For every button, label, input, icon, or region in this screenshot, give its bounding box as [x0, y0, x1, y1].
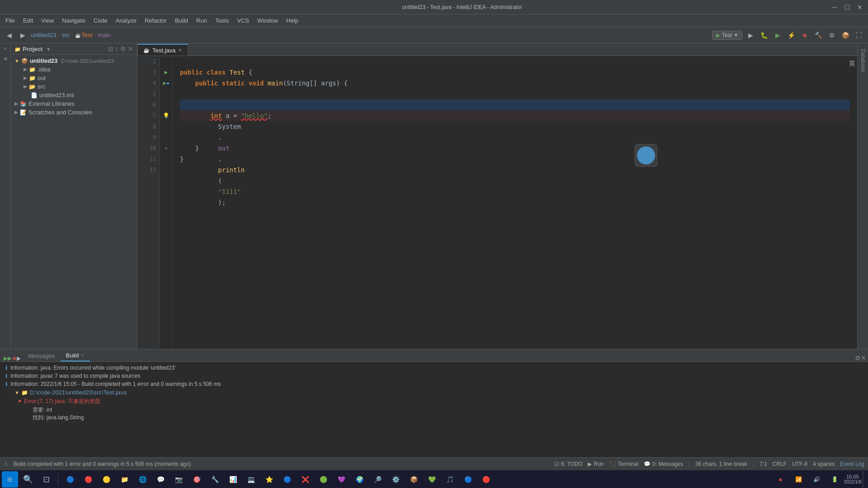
panel-settings-icon[interactable]: ⚙: [855, 354, 861, 361]
minimize-button[interactable]: ─: [830, 4, 839, 11]
line-ending[interactable]: CRLF: [773, 461, 787, 467]
taskbar-app-6[interactable]: 💬: [152, 471, 169, 488]
msg-row-error[interactable]: ● Error:(7, 17) java: 不兼容的类型: [4, 397, 864, 406]
breadcrumb-project[interactable]: untitled23: [31, 32, 56, 38]
favorites-panel-icon[interactable]: ★: [1, 54, 9, 64]
database-panel-icon[interactable]: Database: [859, 45, 867, 75]
tree-item-idea[interactable]: ▶ 📁 .idea: [11, 65, 137, 74]
indent-info[interactable]: 4 spaces: [813, 461, 835, 467]
lightbulb-icon[interactable]: 💡: [163, 110, 170, 121]
gutter-4[interactable]: ▶ ◆: [160, 78, 172, 89]
taskbar-app-8[interactable]: 🎯: [189, 471, 205, 488]
stop-build-button[interactable]: ■: [13, 355, 16, 361]
taskbar-app-23[interactable]: 🔵: [460, 471, 476, 488]
tree-item-external-libraries[interactable]: ▶ 📚 External Libraries: [11, 99, 137, 108]
taskbar-app-10[interactable]: 📊: [225, 471, 241, 488]
show-desktop-button[interactable]: [863, 471, 866, 488]
fullscreen-button[interactable]: ⛶: [854, 30, 864, 41]
debug-button[interactable]: 🐛: [759, 30, 769, 41]
stop-button[interactable]: ■: [799, 30, 810, 41]
settings-icon[interactable]: ⚙: [120, 45, 126, 52]
tree-item-untitled23[interactable]: ▼ 📦 untitled23 D:\code-2021\untitled23: [11, 56, 137, 65]
breadcrumb-src[interactable]: src: [62, 32, 70, 38]
completion-popup[interactable]: [635, 144, 657, 167]
messages-status-item[interactable]: 💬 0: Messages: [644, 461, 683, 467]
file-path-row[interactable]: ▼ 📁 D:\code-2021\untitled23\src\Test.jav…: [4, 388, 864, 397]
build-button[interactable]: 🔨: [813, 30, 824, 41]
menu-navigate[interactable]: Navigate: [58, 16, 89, 25]
taskbar-app-9[interactable]: 🔧: [207, 471, 223, 488]
taskbar-app-7[interactable]: 📷: [170, 471, 187, 488]
tree-item-out[interactable]: ▶ 📁 out: [11, 74, 137, 82]
menu-file[interactable]: File: [2, 16, 19, 25]
taskbar-taskview[interactable]: ⊡: [38, 471, 54, 488]
panel-close-icon[interactable]: ✕: [861, 354, 866, 361]
breadcrumb-method[interactable]: main: [98, 32, 111, 38]
nav-back-button[interactable]: ◀: [4, 30, 14, 41]
build-tab-close-icon[interactable]: ✕: [80, 352, 85, 358]
run-arrow-icon-2[interactable]: ▶: [163, 78, 167, 89]
tab-close-icon[interactable]: ✕: [178, 47, 182, 53]
breadcrumb-class[interactable]: ☕Test: [75, 32, 92, 38]
taskbar-app-24[interactable]: 🔴: [478, 471, 494, 488]
event-log-link[interactable]: Event Log: [840, 461, 864, 467]
todo-indicator[interactable]: ☑ 6: TODO: [554, 461, 583, 467]
run-status-item[interactable]: ▶ Run: [588, 461, 604, 467]
collapse-icon[interactable]: ◇: [165, 143, 167, 154]
collapse-all-icon[interactable]: ⊟: [108, 45, 113, 52]
taskbar-app-21[interactable]: 💚: [424, 471, 440, 488]
sdk-button[interactable]: 📦: [840, 30, 851, 41]
tab-test-java[interactable]: ☕ Test.java ✕: [137, 44, 188, 56]
encoding[interactable]: UTF-8: [792, 461, 807, 467]
code-line-6[interactable]: System . out . println ( "1111" );: [180, 99, 850, 110]
tab-build[interactable]: Build ✕: [61, 350, 90, 361]
menu-run[interactable]: Run: [193, 16, 211, 25]
menu-vcs[interactable]: VCS: [233, 16, 253, 25]
tree-item-scratches[interactable]: ▶ 📝 Scratches and Consoles: [11, 108, 137, 117]
menu-code[interactable]: Code: [90, 16, 111, 25]
tray-speaker-icon[interactable]: 🔊: [808, 471, 825, 488]
menu-view[interactable]: View: [38, 16, 57, 25]
taskbar-app-12[interactable]: ⭐: [261, 471, 277, 488]
run-button[interactable]: ▶: [745, 30, 756, 41]
window-controls[interactable]: ─ ☐ ✕: [830, 4, 864, 11]
cursor-position[interactable]: 7:1: [760, 461, 767, 467]
tray-icon-1[interactable]: 🔺: [772, 471, 788, 488]
profile-button[interactable]: ⚡: [786, 30, 797, 41]
taskbar-app-14[interactable]: ❌: [297, 471, 313, 488]
gutter-3[interactable]: ▶: [160, 67, 172, 78]
gutter-7[interactable]: 💡: [160, 110, 172, 121]
run-coverage-button[interactable]: ▶: [772, 30, 783, 41]
run-config-selector[interactable]: ▶ Test ▼: [712, 31, 742, 40]
maximize-button[interactable]: ☐: [843, 4, 852, 11]
taskbar-intellij[interactable]: 🔵: [62, 471, 78, 488]
taskbar-app-18[interactable]: 🔎: [369, 471, 386, 488]
menu-refactor[interactable]: Refactor: [141, 16, 170, 25]
taskbar-app-17[interactable]: 🌍: [351, 471, 368, 488]
taskbar-app-4[interactable]: 📁: [116, 471, 132, 488]
code-content[interactable]: public class Test { public static void: [173, 56, 857, 349]
terminal-status-item[interactable]: ⬛ Terminal: [609, 461, 638, 467]
restart-button[interactable]: ▶▶: [4, 355, 12, 361]
tray-network-icon[interactable]: 📶: [790, 471, 807, 488]
settings-button[interactable]: ⚙: [826, 30, 837, 41]
taskbar-app-15[interactable]: 🟢: [315, 471, 331, 488]
menu-edit[interactable]: Edit: [19, 16, 37, 25]
menu-build[interactable]: Build: [171, 16, 192, 25]
tray-clock[interactable]: 15:05 2022/1/6: [844, 473, 861, 485]
taskbar-app-2[interactable]: 🔴: [80, 471, 96, 488]
taskbar-app-16[interactable]: 💜: [333, 471, 349, 488]
close-button[interactable]: ✕: [855, 4, 864, 11]
structure-panel-icon[interactable]: ≡: [1, 45, 9, 52]
run-arrow-icon[interactable]: ▶: [165, 67, 168, 78]
close-panel-icon[interactable]: ✕: [128, 45, 133, 52]
menu-tools[interactable]: Tools: [212, 16, 232, 25]
tree-item-iml[interactable]: 📄 untitled23.iml: [11, 91, 137, 99]
sort-icon[interactable]: ↕: [115, 45, 118, 52]
taskbar-app-20[interactable]: 📦: [406, 471, 422, 488]
menu-help[interactable]: Help: [283, 16, 302, 25]
menu-analyze[interactable]: Analyze: [112, 16, 140, 25]
start-button[interactable]: ⊞: [2, 471, 18, 488]
taskbar-app-19[interactable]: ⚙️: [387, 471, 404, 488]
menu-window[interactable]: Window: [254, 16, 282, 25]
